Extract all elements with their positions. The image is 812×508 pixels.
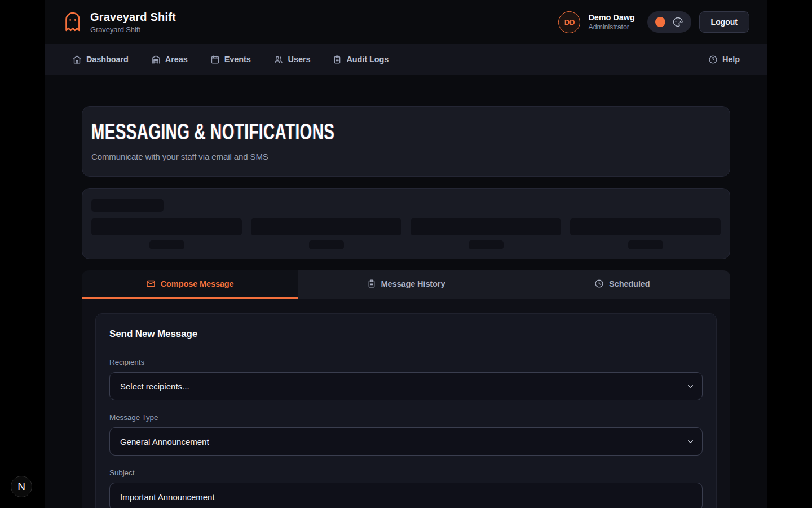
- nav-item-users[interactable]: Users: [273, 55, 311, 64]
- nav-item-audit-logs[interactable]: Audit Logs: [333, 55, 389, 64]
- palette-icon[interactable]: [672, 16, 683, 28]
- tab-message-history[interactable]: Message History: [298, 270, 514, 299]
- tab-bar: Compose Message Message History Schedule…: [82, 270, 730, 299]
- tab-label: Compose Message: [161, 279, 234, 288]
- users-icon: [273, 55, 284, 64]
- nav-label: Users: [288, 55, 311, 64]
- nav-item-help[interactable]: Help: [708, 55, 740, 64]
- skeleton-title-bar: [91, 199, 164, 212]
- skeleton-cell: [411, 218, 561, 249]
- skeleton-row: [91, 218, 721, 249]
- skeleton-cell: [251, 218, 401, 249]
- clipboard-icon: [367, 279, 376, 288]
- nav-bar: Dashboard Areas Events Users: [45, 44, 767, 75]
- warehouse-icon: [151, 55, 161, 64]
- user-info: Demo Dawg Administrator: [588, 13, 634, 31]
- avatar[interactable]: DD: [558, 11, 580, 33]
- home-icon: [72, 55, 82, 64]
- nextjs-n-logo: N: [17, 480, 25, 493]
- nav-item-areas[interactable]: Areas: [151, 55, 188, 64]
- message-type-label: Message Type: [109, 413, 703, 422]
- nav-item-events[interactable]: Events: [210, 55, 251, 64]
- message-type-select[interactable]: General Announcement: [109, 427, 703, 456]
- form-title: Send New Message: [109, 329, 703, 340]
- compose-panel: Send New Message Recipients Select recip…: [82, 299, 730, 508]
- header-right: DD Demo Dawg Administrator Logout: [558, 11, 749, 33]
- brand: Graveyard Shift Graveyard Shift: [64, 11, 176, 34]
- subject-label: Subject: [109, 468, 703, 477]
- user-name: Demo Dawg: [588, 13, 634, 22]
- subject-field-group: Subject: [109, 468, 703, 508]
- ghost-logo-icon: [64, 11, 82, 33]
- recipients-select[interactable]: Select recipients...: [109, 372, 703, 400]
- theme-toggle[interactable]: [647, 11, 691, 33]
- stats-skeleton-card: [82, 188, 730, 259]
- nav-label: Audit Logs: [346, 55, 389, 64]
- tab-compose-message[interactable]: Compose Message: [82, 270, 298, 299]
- calendar-icon: [210, 55, 220, 64]
- mail-icon: [146, 279, 156, 288]
- clock-icon: [594, 279, 604, 288]
- tab-scheduled[interactable]: Scheduled: [514, 270, 730, 299]
- app-subtitle: Graveyard Shift: [90, 25, 176, 34]
- nav-item-dashboard[interactable]: Dashboard: [72, 55, 129, 64]
- recipients-label: Recipients: [109, 358, 703, 366]
- send-message-form: Send New Message Recipients Select recip…: [95, 313, 717, 508]
- brand-text: Graveyard Shift Graveyard Shift: [90, 11, 176, 34]
- app-title: Graveyard Shift: [90, 11, 176, 24]
- nextjs-dev-badge[interactable]: N: [11, 476, 32, 497]
- nav-label: Areas: [165, 55, 188, 64]
- nav-items: Dashboard Areas Events Users: [72, 55, 389, 64]
- nav-label: Dashboard: [86, 55, 129, 64]
- skeleton-cell: [570, 218, 721, 249]
- clipboard-icon: [333, 55, 342, 64]
- page-title: MESSAGING & NOTIFICATIONS: [91, 119, 532, 144]
- page-subtitle: Communicate with your staff via email an…: [91, 152, 721, 161]
- header: Graveyard Shift Graveyard Shift DD Demo …: [45, 0, 767, 44]
- help-circle-icon: [708, 55, 718, 64]
- page-header-card: MESSAGING & NOTIFICATIONS Communicate wi…: [82, 106, 730, 177]
- recipients-field-group: Recipients Select recipients...: [109, 358, 703, 400]
- message-type-field-group: Message Type General Announcement: [109, 413, 703, 456]
- main-content: MESSAGING & NOTIFICATIONS Communicate wi…: [45, 75, 767, 508]
- app-window: Graveyard Shift Graveyard Shift DD Demo …: [45, 0, 767, 508]
- theme-color-dot[interactable]: [655, 17, 665, 27]
- messaging-tabs-card: Compose Message Message History Schedule…: [82, 270, 730, 508]
- skeleton-cell: [91, 218, 242, 249]
- nav-label: Help: [722, 55, 740, 64]
- user-role: Administrator: [588, 23, 634, 31]
- logout-button[interactable]: Logout: [699, 11, 749, 33]
- subject-input[interactable]: [109, 483, 703, 508]
- tab-label: Scheduled: [609, 279, 650, 288]
- nav-label: Events: [224, 55, 251, 64]
- tab-label: Message History: [381, 279, 445, 288]
